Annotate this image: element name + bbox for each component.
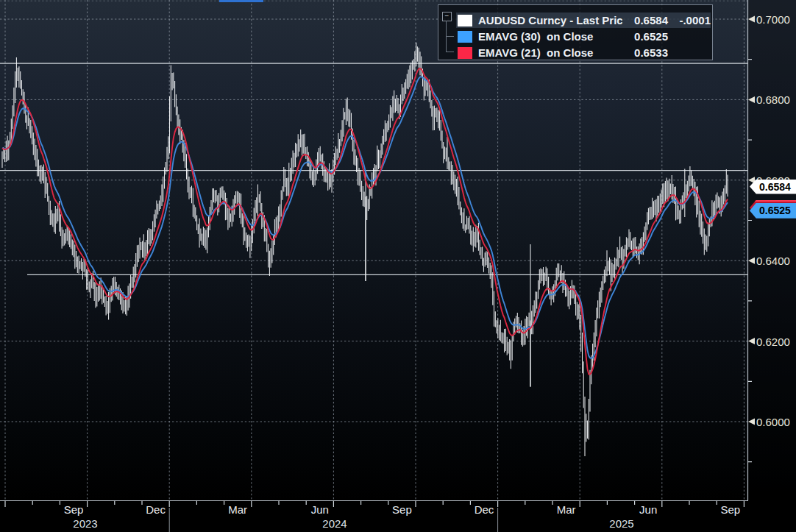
legend-row-ema21[interactable]: EMAVG (21) on Close 0.6533 — [456, 45, 711, 60]
legend-value: 0.6584 — [622, 14, 668, 26]
legend-label: EMAVG (30) on Close — [478, 30, 622, 43]
price-chart-canvas[interactable] — [0, 0, 796, 532]
legend-row-ema30[interactable]: EMAVG (30) on Close 0.6525 — [456, 29, 711, 44]
last-price-swatch — [458, 15, 472, 26]
ema21-swatch — [458, 47, 472, 59]
plot-background — [0, 0, 796, 500]
legend-label: AUDUSD Curncy - Last Price — [478, 14, 622, 26]
legend-label: EMAVG (21) on Close — [478, 46, 622, 59]
ema30-swatch — [458, 31, 472, 43]
legend-tree-branch — [446, 52, 454, 52]
price-axis-background[interactable] — [748, 0, 796, 500]
legend-collapse-icon[interactable]: − — [442, 12, 452, 21]
legend-panel: − AUDUSD Curncy - Last Price 0.6584 -.00… — [438, 4, 713, 60]
legend-tree-branch — [446, 36, 454, 37]
top-scrollbar-handle[interactable] — [219, 0, 263, 2]
legend-value: 0.6525 — [622, 30, 668, 43]
chart-window: 0.70000.68000.66000.64000.62000.6000 Sep… — [0, 0, 796, 532]
legend-row-last-price[interactable]: AUDUSD Curncy - Last Price 0.6584 -.0001 — [456, 13, 711, 28]
legend-change: -.0001 — [668, 14, 711, 26]
date-axis-background[interactable] — [0, 500, 796, 532]
legend-value: 0.6533 — [622, 46, 668, 59]
